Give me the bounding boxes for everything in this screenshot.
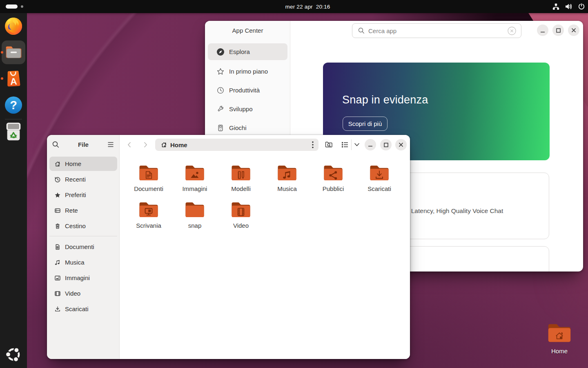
svg-text:A: A — [10, 76, 17, 87]
svg-text:?: ? — [10, 99, 17, 112]
